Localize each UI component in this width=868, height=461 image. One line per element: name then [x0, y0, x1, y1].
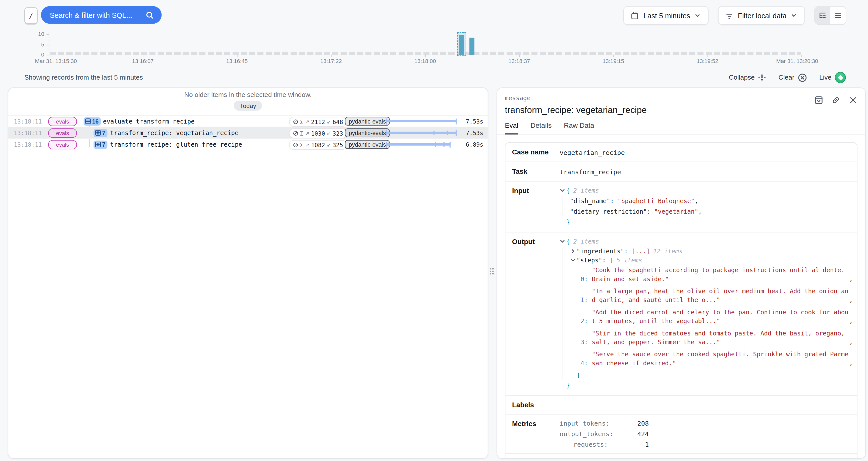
live-toggle[interactable]: Live — [819, 72, 846, 83]
histogram-bar[interactable] — [469, 38, 474, 55]
otel-scope-badge[interactable]: pydantic-evals — [345, 117, 390, 126]
expand-box-icon — [95, 142, 101, 147]
x-tick-label: Mar 31. 13:20:30 — [776, 58, 818, 64]
expand-children-badge[interactable]: 7 — [93, 141, 107, 149]
item-count-note: 5 items — [617, 257, 642, 264]
detail-title: transform_recipe: vegetarian_recipe — [505, 105, 858, 115]
tree-view-button[interactable] — [815, 6, 830, 24]
panel-resize-handle[interactable] — [489, 267, 495, 275]
histogram-bar[interactable] — [459, 35, 464, 55]
y-tick-label: 5 — [5, 42, 44, 48]
x-tick — [613, 55, 614, 57]
array-index: 2: — [577, 317, 588, 326]
json-string-value: "Cook the spaghetti according to package… — [592, 266, 849, 284]
collapse-children-badge[interactable]: 16 — [84, 117, 101, 125]
chevron-down-icon — [695, 13, 700, 18]
table-row-selected[interactable]: 13:18:11 evals 7 transform_recipe: veget… — [8, 127, 488, 139]
view-mode-toggle — [814, 6, 846, 25]
logfire-live-view: / Search & filter with SQL... Last 5 min… — [0, 0, 868, 461]
close-icon[interactable] — [849, 96, 858, 104]
live-label: Live — [819, 73, 832, 81]
labels-label: Labels — [512, 401, 560, 409]
list-view-icon — [834, 11, 842, 19]
y-tick — [46, 45, 49, 45]
child-count: 7 — [102, 141, 105, 148]
copy-link-icon[interactable] — [832, 96, 840, 104]
expand-children-badge[interactable]: 7 — [93, 128, 107, 137]
list-item: 4:"Serve the sauce over the cooked spagh… — [577, 350, 853, 368]
empty-window-notice: No older items in the selected time wind… — [8, 91, 488, 98]
chevron-down-icon[interactable] — [570, 257, 576, 263]
clear-button[interactable]: Clear — [779, 73, 807, 82]
output-tokens: 325 — [333, 141, 343, 148]
sum-icon: Σ — [300, 130, 304, 136]
expand-box-icon — [95, 130, 101, 135]
token-stats-pill[interactable]: Σ ↗1030 ↙323 — [289, 128, 347, 138]
search-button-label: Search & filter with SQL... — [50, 11, 132, 19]
collapse-box-icon — [85, 119, 91, 124]
span-name[interactable]: transform_recipe: gluten_free_recipe — [110, 141, 242, 148]
metrics-table: input_tokens:208 output_tokens:424 reque… — [560, 420, 649, 449]
tab-details[interactable]: Details — [530, 122, 552, 134]
filter-local-data-dropdown[interactable]: Filter local data — [718, 6, 805, 25]
chevron-right-icon[interactable] — [570, 249, 576, 254]
dock-panel-icon[interactable] — [814, 96, 823, 104]
evals-badge[interactable]: evals — [48, 128, 77, 137]
sum-icon: Σ — [300, 141, 304, 148]
input-tokens: 2112 — [311, 118, 325, 125]
x-tick-label: 13:16:45 — [226, 58, 248, 64]
records-timeline-chart[interactable]: 10 5 0 Mar 31. 13:15:30 13:16:07 13:16:4… — [0, 29, 868, 66]
table-row[interactable]: 13:18:11 evals 7 transform_recipe: glute… — [8, 139, 488, 150]
input-tokens-arrow-icon: ↗ — [305, 130, 309, 136]
tab-raw-data[interactable]: Raw Data — [564, 122, 594, 134]
x-tick — [49, 55, 49, 57]
x-tick — [143, 55, 144, 57]
list-view-button[interactable] — [830, 6, 846, 24]
time-range-label: Last 5 minutes — [644, 11, 690, 20]
child-count: 7 — [102, 129, 105, 136]
tokens-coin-icon — [293, 119, 299, 124]
chevron-down-icon[interactable] — [560, 188, 565, 193]
otel-scope-badge[interactable]: pydantic-evals — [345, 140, 390, 149]
clear-label: Clear — [779, 73, 795, 81]
output-tokens: 648 — [333, 118, 343, 125]
token-stats-pill[interactable]: Σ ↗2112 ↙648 — [289, 117, 347, 127]
metric-value: 208 — [608, 420, 649, 427]
output-tokens: 323 — [333, 130, 343, 136]
x-tick-label: 13:18:00 — [414, 58, 436, 64]
chevron-down-icon[interactable] — [560, 239, 565, 244]
list-item: 0:"Cook the spaghetti according to packa… — [577, 266, 853, 284]
token-stats-pill[interactable]: Σ ↗1082 ↙325 — [289, 140, 347, 150]
tokens-coin-icon — [293, 142, 299, 147]
json-string-value: "Add the diced carrot and celery to the … — [592, 308, 849, 326]
time-range-dropdown[interactable]: Last 5 minutes — [623, 6, 708, 25]
tree-view-icon — [819, 11, 827, 19]
duration-bar[interactable] — [386, 116, 458, 127]
json-key: "dietary_restriction" — [570, 208, 647, 215]
span-name[interactable]: transform_recipe: vegetarian_recipe — [110, 129, 239, 136]
duration-bar[interactable] — [386, 139, 452, 150]
table-row[interactable]: 13:18:11 evals 16 evaluate transform_rec… — [8, 115, 488, 127]
zero-count-buckets — [50, 52, 801, 55]
output-json-viewer[interactable]: {2 items "ingredients": [...]12 items "s… — [560, 238, 853, 390]
x-tick-label: 13:16:07 — [132, 58, 154, 64]
span-name[interactable]: evaluate transform_recipe — [103, 118, 195, 125]
evals-badge[interactable]: evals — [48, 140, 77, 149]
tab-eval[interactable]: Eval — [505, 122, 518, 134]
x-tick-label: 13:19:52 — [697, 58, 718, 64]
duration-value: 7.53s — [450, 129, 483, 136]
collapse-button[interactable]: Collapse — [729, 73, 766, 82]
input-tokens-arrow-icon: ↗ — [305, 119, 309, 124]
output-tokens-arrow-icon: ↙ — [327, 119, 331, 124]
x-tick-label: 13:19:15 — [602, 58, 624, 64]
output-row: Output {2 items "ingredients": [...]12 i… — [505, 233, 857, 396]
filter-icon — [725, 11, 733, 20]
evals-badge[interactable]: evals — [48, 117, 77, 126]
search-button[interactable]: Search & filter with SQL... — [41, 6, 161, 24]
otel-scope-badge[interactable]: pydantic-evals — [345, 128, 390, 137]
collapsed-array[interactable]: [...] — [632, 248, 650, 255]
search-icon — [146, 11, 154, 19]
input-json-viewer[interactable]: {2 items "dish_name": "Spaghetti Bologne… — [560, 187, 850, 227]
output-tokens-arrow-icon: ↙ — [327, 142, 331, 147]
duration-bar[interactable] — [386, 127, 458, 139]
